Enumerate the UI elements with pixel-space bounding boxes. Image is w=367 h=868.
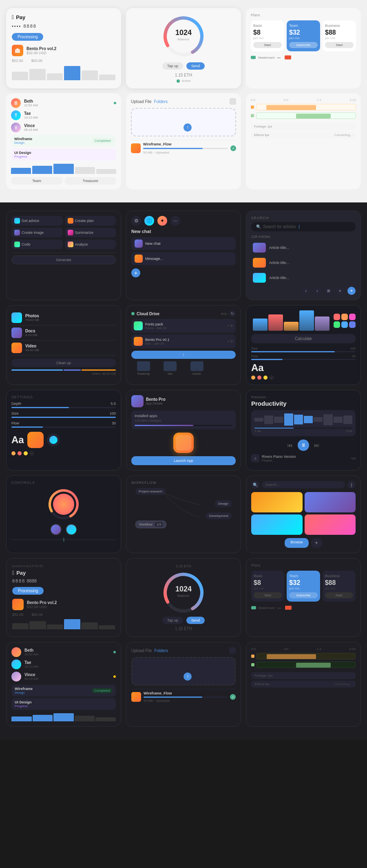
- card-dots: •••• 8888: [12, 24, 115, 29]
- member1-avatar: B: [11, 98, 21, 108]
- gauge-svg: 1024 Balance: [161, 14, 206, 59]
- dark-eth-value: 1.15 ETH: [175, 626, 192, 631]
- calc-grn-btn[interactable]: [334, 321, 340, 328]
- progress-label: 50 MB · Uploaded: [143, 151, 228, 154]
- processing-btn[interactable]: Processing: [12, 33, 43, 41]
- dev-node: Development: [206, 512, 232, 519]
- create-image-btn[interactable]: Create image: [11, 228, 63, 237]
- payment-card:  Pay •••• 8888 Processing Bento Pro vol…: [6, 8, 121, 88]
- gallery-add-btn[interactable]: +: [311, 538, 322, 548]
- sliders-add-btn[interactable]: +: [30, 451, 34, 455]
- music-tag: Playlist...: [262, 459, 349, 462]
- send-btn[interactable]: Send: [186, 62, 205, 70]
- chat-add-btn[interactable]: +: [131, 268, 140, 277]
- dark-file1-size: $32.58 USD: [27, 605, 57, 609]
- create-plan-btn[interactable]: Create plan: [65, 216, 116, 226]
- calc-card: Calculate Size100 Flow30 Aa +: [246, 305, 361, 385]
- calc-sky2-btn[interactable]: [349, 321, 356, 328]
- bento-date: Dec - 2ab 10: [145, 342, 170, 345]
- search-bar[interactable]: 🔍 Search for articles |: [251, 222, 356, 231]
- bento-label: Bento Pro v0.1: [145, 338, 170, 342]
- business-tier: Business $88 per mo. Start: [323, 20, 356, 51]
- generate-btn[interactable]: Generate: [11, 255, 116, 264]
- calc-red-btn[interactable]: [341, 314, 348, 320]
- search-card: Search 🔍 Search for articles | 128 Artic…: [246, 211, 361, 300]
- member1-time: 10:52 AM: [24, 103, 38, 107]
- cloud-refresh[interactable]: ↻: [229, 310, 236, 317]
- svg-text:Balance: Balance: [178, 37, 190, 41]
- add-color-btn[interactable]: +: [270, 376, 274, 380]
- dark-gauge-card-btm: 3.15 ETH 1024 Balance Tap up Sen: [126, 558, 241, 637]
- grid-view[interactable]: ⊞: [325, 287, 333, 295]
- dark-processing-btn[interactable]: Processing: [12, 587, 44, 595]
- launch-btn[interactable]: Launch App: [131, 456, 236, 465]
- summarize-btn[interactable]: Summarize: [65, 228, 116, 237]
- code-btn[interactable]: Code: [11, 240, 63, 249]
- row-1:  Pay •••• 8888 Processing Bento Pro vol…: [6, 8, 361, 88]
- dark-row-2: Photos 70.82 GB Docs 4.14 GB Video 46.00…: [6, 305, 361, 385]
- pricing-cols: Basic $8 per mo. Start Team $32 per mo. …: [251, 20, 356, 51]
- upload-to-cloud-btn[interactable]: ↑: [131, 351, 236, 359]
- dark-basic-btn[interactable]: Start: [254, 592, 282, 598]
- project-card: Workflow Project research Design Develop…: [126, 475, 241, 553]
- filter-view[interactable]: ≡: [336, 287, 344, 295]
- team-btn[interactable]: Subscribe: [289, 42, 318, 48]
- star-icon[interactable]: ✦: [157, 216, 167, 226]
- dark-folders-tab[interactable]: Folders: [155, 648, 168, 653]
- nav-forward[interactable]: ›: [313, 287, 321, 295]
- dark-bottom-row-1: javascript(2/819)  Pay 8888 8888 Proces…: [6, 558, 361, 637]
- business-btn[interactable]: Start: [325, 42, 354, 48]
- folders-tab[interactable]: Folders: [154, 99, 168, 104]
- tap-up-btn[interactable]: Tap up: [162, 62, 183, 70]
- dark-tap-up-btn[interactable]: Tap up: [162, 617, 183, 624]
- file1-name: Bento Pro vol.2: [27, 46, 56, 51]
- gear-icon[interactable]: ⚙: [131, 216, 141, 226]
- ai-card: Get advice Create plan Create image Summ…: [6, 211, 121, 300]
- team-card: B Beth 10:52 AM T Tae 10:13 AM V Vince 0…: [6, 93, 121, 189]
- fonts-pack-date: Fount - 2ab 10: [145, 326, 166, 330]
- upload-progress-track: [143, 148, 228, 149]
- calculate-btn[interactable]: Calculate: [251, 334, 356, 343]
- dark-business-tier: Business $88 per mo. Start: [323, 571, 356, 602]
- calc-sky-btn[interactable]: [341, 321, 348, 328]
- dark-pricing-cols: Basic $8 per mo. Start Team $32 per mo. …: [251, 571, 356, 602]
- dark-business-btn[interactable]: Start: [325, 592, 353, 598]
- search-add[interactable]: +: [347, 287, 356, 295]
- team-tab[interactable]: Team: [11, 177, 62, 185]
- globe-icon[interactable]: 🌐: [144, 216, 154, 226]
- docs-size: 4.14 GB: [25, 333, 116, 337]
- dark-pay-label: Pay: [16, 570, 26, 576]
- gallery-search[interactable]: Search...: [262, 481, 345, 488]
- pay-label: Pay: [16, 14, 25, 20]
- calc-pink-btn[interactable]: [349, 314, 356, 320]
- cloud-title: Cloud Drive: [137, 312, 159, 316]
- docs-icon: [11, 327, 22, 338]
- dark-team-btn[interactable]: Subscribe: [289, 592, 317, 598]
- dark-send-btn[interactable]: Send: [186, 617, 205, 624]
- basic-btn[interactable]: Start: [253, 42, 282, 48]
- svg-text:1024: 1024: [175, 585, 192, 593]
- get-advice-btn[interactable]: Get advice: [11, 216, 63, 226]
- article-1: Article title...: [251, 241, 356, 254]
- dark-member3-avatar: [11, 672, 21, 681]
- file-icon-1: [12, 45, 23, 56]
- nav-back[interactable]: ‹: [302, 287, 310, 295]
- member2-time: 10:13 AM: [24, 116, 38, 119]
- upload-card: Upload File Folders ↑ Wireframe_Flow: [126, 93, 241, 189]
- dots-icon[interactable]: ···: [170, 216, 180, 226]
- treasurer-tab[interactable]: Treasurer: [65, 177, 116, 185]
- music-card: Premium Productivity: [246, 390, 361, 470]
- team-tier: Team $32 per mo. Subscribe: [287, 20, 320, 51]
- file-photos: Photos 70.82 GB: [11, 310, 116, 325]
- play-pause-btn[interactable]: ⏸: [298, 439, 309, 451]
- artist-label: Rivers Piano Version: [262, 455, 349, 459]
- browse-btn[interactable]: Browse: [285, 538, 308, 548]
- cleanup-btn[interactable]: Clean up: [11, 359, 116, 367]
- cursor-icon: |: [299, 224, 300, 229]
- analyze-btn[interactable]: Analyze: [65, 240, 116, 249]
- calc-nav-btn[interactable]: [334, 314, 340, 320]
- dark-timeline-card-btm: 0:00:01.32:20 Footage .Ips Effects fps C…: [246, 642, 361, 727]
- photos-icon: [11, 312, 22, 323]
- prev-btn[interactable]: ⏮: [287, 442, 293, 448]
- next-btn[interactable]: ⏭: [314, 442, 320, 448]
